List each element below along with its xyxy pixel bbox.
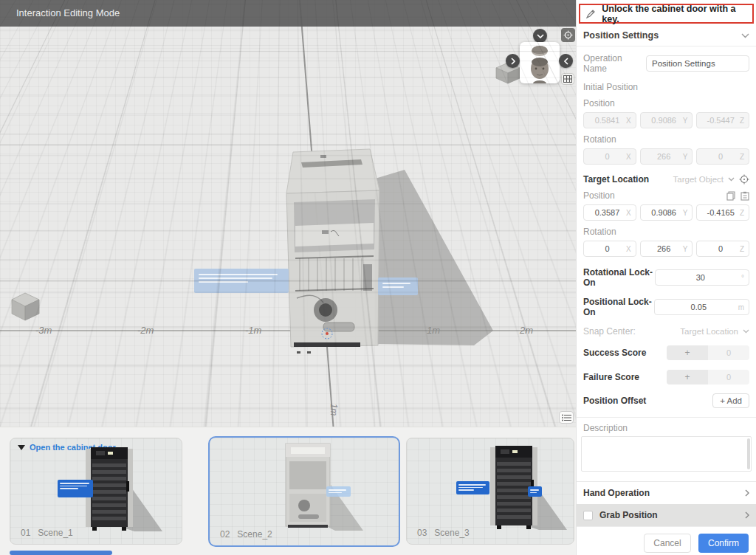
description-label: Description xyxy=(583,423,628,433)
orbit-left-button[interactable] xyxy=(506,54,520,68)
target-position-x-field[interactable]: 0.3587X xyxy=(583,204,636,221)
chevron-down-icon[interactable] xyxy=(728,177,735,182)
cabinet-shadow xyxy=(375,170,493,345)
initial-rotation-z-field: 0Z xyxy=(696,148,749,165)
focus-target-button[interactable] xyxy=(561,28,575,42)
position-settings-section-header[interactable]: Position Settings xyxy=(577,24,756,46)
success-score-label: Success Score xyxy=(583,348,646,358)
failure-score-value: 0 xyxy=(708,370,749,385)
chevron-left-icon xyxy=(564,58,568,65)
rotation-label: Rotation xyxy=(583,227,616,237)
scene-index: 03 xyxy=(417,528,427,538)
scene-label: 03 Scene_3 xyxy=(417,528,470,538)
rotational-lock-label: Rotational Lock-On xyxy=(583,267,655,288)
target-rotation-x-field[interactable]: 0X xyxy=(583,241,636,257)
target-position-z-field[interactable]: -0.4165Z xyxy=(696,204,749,221)
position-offset-label: Position Offset xyxy=(583,396,646,406)
description-field-wrap xyxy=(581,436,752,474)
failure-score-control: + 0 xyxy=(667,370,749,385)
scene-card-1[interactable]: Open the cabinet door 01 Scene_1 xyxy=(10,438,182,545)
scene-list-panel: Open the cabinet door 01 Scene_1 xyxy=(0,427,576,555)
section-divider xyxy=(577,417,756,418)
degree-unit: ° xyxy=(741,274,744,282)
target-rotation-y-field[interactable]: 266Y xyxy=(640,241,693,257)
pencil-icon xyxy=(586,9,595,18)
position-label: Position xyxy=(583,98,615,108)
orbit-right-button[interactable] xyxy=(559,54,573,68)
failure-score-increment-button[interactable]: + xyxy=(667,370,708,385)
scene-index: 02 xyxy=(220,529,230,540)
chevron-right-icon xyxy=(745,489,749,497)
hand-operation-section[interactable]: Hand Operation xyxy=(577,481,756,504)
chevron-down-icon xyxy=(743,329,749,334)
gizmo-dot xyxy=(326,332,329,335)
copy-icon[interactable] xyxy=(726,191,735,201)
target-position-y-field[interactable]: 0.9086Y xyxy=(640,204,693,221)
scene-annotation-tooltip xyxy=(528,486,542,497)
target-object-select[interactable]: Target Object xyxy=(673,175,724,184)
scene-annotation-tooltip xyxy=(58,480,93,497)
rotational-lock-input[interactable]: 30 ° xyxy=(655,269,749,286)
scene-card-2[interactable]: 02 Scene_2 xyxy=(208,436,400,547)
task-instruction-banner: Unlock the cabinet door with a key. xyxy=(579,4,754,24)
scene-objects xyxy=(0,0,576,427)
initial-position-y-field: 0.9086Y xyxy=(640,112,693,128)
failure-score-label: Failure Score xyxy=(583,372,639,382)
confirm-button[interactable]: Confirm xyxy=(698,534,749,553)
textarea-scrollbar[interactable] xyxy=(747,438,750,469)
camera-down-button[interactable] xyxy=(533,29,547,43)
initial-rotation-x-field: 0X xyxy=(583,148,636,165)
horizontal-scrollbar-thumb[interactable] xyxy=(10,551,112,555)
add-position-offset-button[interactable]: + Add xyxy=(712,393,749,408)
snap-center-select: Target Location xyxy=(680,327,738,336)
grab-position-checkbox[interactable] xyxy=(583,511,593,520)
settings-panel: Unlock the cabinet door with a key. Posi… xyxy=(576,0,756,555)
initial-position-label: Initial Position xyxy=(583,82,638,92)
scene-name: Scene_1 xyxy=(38,528,72,538)
initial-position-x-field: 0.5841X xyxy=(583,112,636,128)
positional-lock-input[interactable]: 0.05 m xyxy=(654,299,749,315)
grid-view-button[interactable] xyxy=(561,73,574,85)
head-orientation-preview xyxy=(520,42,560,83)
3d-viewport[interactable]: -3m -2m -1m 1m 2m 1m xyxy=(0,0,576,427)
task-instruction-text: Unlock the cabinet door with a key. xyxy=(602,4,746,24)
initial-rotation-fields: 0X 266Y 0Z xyxy=(577,148,756,165)
scene-name: Scene_2 xyxy=(237,529,272,540)
description-textarea[interactable] xyxy=(581,436,752,472)
scene-annotation-tooltip xyxy=(456,481,489,494)
operation-name-input[interactable] xyxy=(646,55,749,72)
scene-card-3[interactable]: 03 Scene_3 xyxy=(406,438,574,545)
mode-title: Interaction Editing Mode xyxy=(16,7,120,18)
scene-label: 02 Scene_2 xyxy=(220,529,272,540)
operation-name-label: Operation Name xyxy=(583,53,646,74)
scene-label: 01 Scene_1 xyxy=(21,528,73,538)
target-rotation-z-field[interactable]: 0Z xyxy=(696,241,749,257)
cancel-button[interactable]: Cancel xyxy=(644,534,691,553)
view-cube[interactable] xyxy=(520,42,560,83)
chevron-down-icon xyxy=(537,34,544,38)
initial-position-fields: 0.5841X 0.9086Y -0.5447Z xyxy=(577,112,756,128)
success-score-increment-button[interactable]: + xyxy=(667,345,708,360)
small-cube-object xyxy=(12,293,39,320)
success-score-control: + 0 xyxy=(667,345,749,360)
panel-footer: Cancel Confirm xyxy=(577,526,756,555)
grab-position-section[interactable]: Grab Position xyxy=(577,504,756,526)
scene-annotation-tooltip xyxy=(194,269,289,293)
meter-unit: m xyxy=(738,303,744,311)
mode-header-bar: Interaction Editing Mode xyxy=(0,0,576,27)
paste-icon[interactable] xyxy=(740,191,749,201)
chevron-down-icon xyxy=(741,33,749,38)
scene-annotation-tooltip xyxy=(326,486,351,497)
position-label: Position xyxy=(583,190,615,201)
grid-icon xyxy=(563,75,572,83)
target-position-fields: 0.3587X 0.9086Y -0.4165Z xyxy=(577,204,756,221)
scene-name: Scene_3 xyxy=(434,528,469,538)
rotation-label: Rotation xyxy=(583,134,616,145)
target-location-label: Target Location xyxy=(583,174,649,185)
crosshair-icon xyxy=(563,30,573,40)
list-view-button[interactable] xyxy=(559,411,574,424)
cabinet-object xyxy=(286,149,379,354)
list-icon xyxy=(562,414,571,421)
pick-target-icon[interactable] xyxy=(739,174,749,185)
interaction-editor-app: -3m -2m -1m 1m 2m 1m xyxy=(0,0,756,555)
